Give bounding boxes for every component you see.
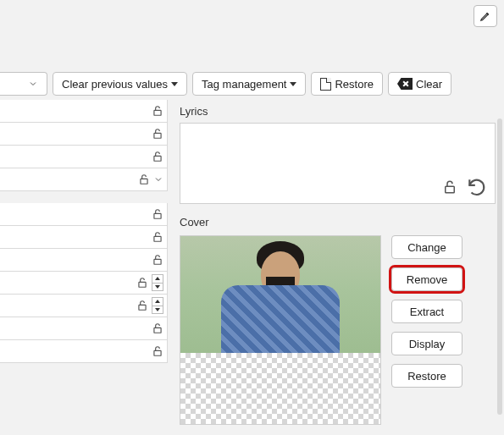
tag-management-button[interactable]: Tag management [192, 72, 306, 96]
clear-label: Clear [416, 78, 442, 91]
tag-management-label: Tag management [202, 78, 286, 91]
cover-change-button[interactable]: Change [391, 235, 462, 259]
pencil-icon [479, 10, 491, 22]
svg-rect-11 [446, 186, 455, 193]
cover-image [180, 236, 380, 353]
cover-button-column: Change Remove Extract Display Restore [391, 235, 462, 388]
lock-open-icon[interactable] [152, 231, 163, 243]
leading-dropdown[interactable] [0, 72, 47, 96]
triangle-up-icon [155, 300, 160, 303]
lock-open-icon[interactable] [152, 105, 163, 117]
cover-change-label: Change [407, 241, 446, 254]
field-row[interactable] [0, 203, 168, 226]
lock-open-icon[interactable] [152, 345, 163, 357]
field-row[interactable] [0, 123, 168, 146]
chevron-down-icon[interactable] [153, 174, 163, 184]
triangle-up-icon [155, 277, 160, 280]
stepper[interactable] [152, 274, 163, 291]
field-row[interactable] [0, 272, 168, 295]
clear-previous-values-button[interactable]: Clear previous values [53, 72, 187, 96]
field-row[interactable] [0, 340, 168, 363]
lock-open-icon[interactable] [136, 277, 148, 289]
svg-rect-2 [154, 156, 161, 161]
svg-rect-6 [154, 259, 161, 264]
svg-rect-7 [139, 282, 146, 287]
document-icon [320, 78, 331, 91]
backspace-icon [397, 78, 413, 90]
svg-rect-10 [154, 350, 161, 355]
undo-icon[interactable] [466, 176, 488, 198]
cover-preview [180, 235, 381, 425]
cover-extract-button[interactable]: Extract [391, 300, 462, 323]
svg-rect-9 [154, 328, 161, 333]
cover-label: Cover [180, 216, 496, 229]
restore-button[interactable]: Restore [311, 72, 383, 96]
lock-open-icon[interactable] [442, 179, 457, 195]
lock-open-icon[interactable] [136, 300, 148, 311]
svg-rect-5 [154, 236, 161, 241]
svg-rect-1 [154, 133, 161, 138]
cover-remove-label: Remove [407, 273, 447, 286]
cover-remove-button[interactable]: Remove [391, 267, 462, 291]
edit-button[interactable] [474, 5, 497, 27]
svg-rect-8 [139, 305, 146, 310]
lock-open-icon[interactable] [152, 128, 163, 140]
cover-display-button[interactable]: Display [391, 332, 462, 355]
triangle-down-icon [155, 285, 160, 289]
lock-open-icon[interactable] [152, 151, 163, 162]
field-row[interactable] [0, 146, 168, 168]
clear-previous-values-label: Clear previous values [62, 78, 168, 91]
cover-extract-label: Extract [410, 306, 444, 318]
lock-open-icon[interactable] [152, 208, 163, 220]
chevron-down-icon [28, 79, 38, 89]
lock-open-icon[interactable] [152, 322, 163, 334]
restore-label: Restore [335, 78, 374, 91]
vertical-scrollbar[interactable] [497, 118, 502, 415]
caret-down-icon [290, 82, 296, 86]
lyrics-label: Lyrics [180, 105, 496, 118]
svg-rect-0 [154, 110, 161, 115]
toolbar: Clear previous values Tag management Res… [0, 72, 504, 96]
field-row[interactable] [0, 100, 168, 123]
svg-rect-4 [154, 213, 161, 218]
cover-restore-label: Restore [407, 370, 446, 383]
lock-open-icon[interactable] [152, 254, 163, 266]
field-row[interactable] [0, 295, 168, 317]
transparency-area [180, 353, 380, 424]
field-row[interactable] [0, 168, 168, 191]
caret-down-icon [171, 82, 178, 86]
cover-restore-button[interactable]: Restore [391, 364, 462, 388]
field-row[interactable] [0, 226, 168, 249]
stepper[interactable] [152, 297, 163, 314]
svg-rect-3 [141, 179, 147, 184]
triangle-down-icon [155, 308, 160, 311]
field-row[interactable] [0, 317, 168, 340]
fields-column [0, 100, 168, 435]
lyrics-textarea[interactable] [180, 123, 496, 204]
clear-button[interactable]: Clear [388, 72, 451, 96]
field-row[interactable] [0, 249, 168, 272]
cover-display-label: Display [409, 338, 446, 350]
lock-open-icon[interactable] [138, 173, 150, 185]
